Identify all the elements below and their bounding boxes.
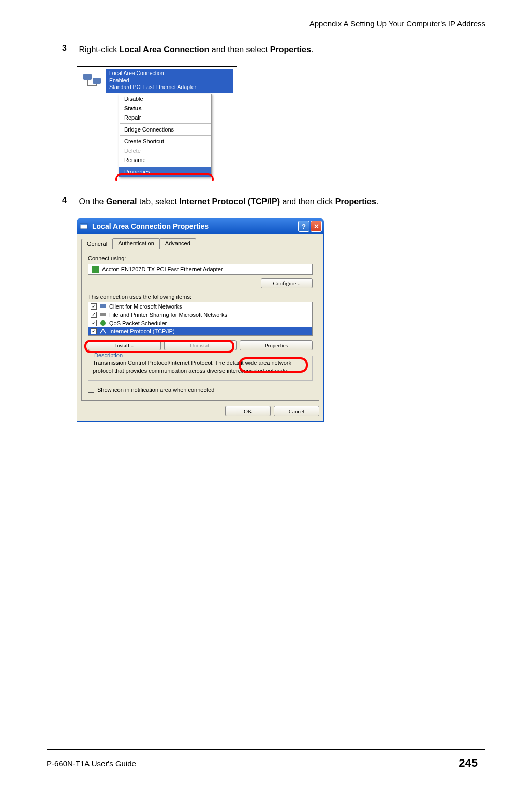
show-icon-row[interactable]: Show icon in notification area when conn… — [88, 387, 313, 393]
show-icon-label: Show icon in notification area when conn… — [97, 387, 214, 393]
protocol-icon — [99, 328, 107, 335]
menu-bridge[interactable]: Bridge Connections — [119, 125, 211, 134]
page-footer: P-660N-T1A User's Guide 245 — [47, 749, 485, 773]
menu-delete: Delete — [119, 146, 211, 155]
tab-advanced[interactable]: Advanced — [159, 238, 196, 249]
close-button[interactable]: ✕ — [311, 221, 322, 232]
menu-separator — [120, 123, 211, 124]
step3-text: Right-click Local Area Connection and th… — [79, 43, 472, 56]
item-file-printer[interactable]: ✓ File and Printer Sharing for Microsoft… — [88, 311, 312, 319]
item-label: File and Printer Sharing for Microsoft N… — [109, 312, 227, 318]
configure-button[interactable]: Configure... — [261, 278, 313, 288]
adapter-field: Accton EN1207D-TX PCI Fast Ethernet Adap… — [88, 264, 313, 275]
svg-rect-5 — [100, 313, 106, 316]
cancel-button[interactable]: Cancel — [274, 406, 319, 416]
menu-separator — [120, 166, 211, 166]
dialog-title: Local Area Connection Properties — [90, 222, 297, 230]
menu-repair[interactable]: Repair — [119, 113, 211, 122]
step3-t1: Right-click — [79, 45, 119, 54]
connection-adapter: Standard PCI Fast Ethernet Adapter — [109, 84, 230, 91]
step4-t1: On the — [79, 197, 106, 206]
description-text: Transmission Control Protocol/Internet P… — [93, 359, 308, 375]
svg-rect-4 — [100, 304, 106, 308]
service-icon — [99, 319, 107, 327]
menu-status[interactable]: Status — [119, 104, 211, 113]
checkbox-icon[interactable]: ✓ — [91, 320, 97, 326]
items-label: This connection uses the following items… — [88, 294, 313, 300]
step4-text: On the General tab, select Internet Prot… — [79, 196, 472, 208]
checkbox-icon[interactable]: ✓ — [91, 328, 97, 334]
item-label: QoS Packet Scheduler — [109, 320, 167, 326]
item-tcpip[interactable]: ✓ Internet Protocol (TCP/IP) — [88, 327, 312, 335]
item-label: Client for Microsoft Networks — [109, 303, 182, 310]
step4-b2: Internet Protocol (TCP/IP) — [179, 197, 280, 206]
ok-button[interactable]: OK — [225, 406, 271, 416]
step3-b1: Local Area Connection — [120, 45, 210, 54]
step4-b3: Properties — [335, 197, 376, 206]
checkbox-icon[interactable]: ✓ — [91, 303, 97, 310]
tabs: General Authentication Advanced — [81, 238, 319, 249]
step3-b2: Properties — [270, 45, 311, 54]
connection-status: Enabled — [109, 77, 230, 84]
help-button[interactable]: ? — [298, 221, 309, 232]
step4-t4: . — [376, 197, 378, 206]
item-label: Internet Protocol (TCP/IP) — [109, 328, 175, 334]
tab-general[interactable]: General — [81, 239, 113, 249]
step-4: 4 On the General tab, select Internet Pr… — [62, 196, 485, 208]
network-icon — [79, 69, 106, 93]
menu-rename[interactable]: Rename — [119, 155, 211, 165]
install-button[interactable]: Install... — [88, 340, 161, 350]
uninstall-button: Uninstall — [164, 340, 237, 350]
adapter-name: Accton EN1207D-TX PCI Fast Ethernet Adap… — [102, 266, 223, 272]
header-appendix: Appendix A Setting Up Your Computer's IP… — [47, 19, 485, 28]
description-label: Description — [93, 352, 124, 358]
step4-t3: and then click — [280, 197, 335, 206]
svg-rect-1 — [93, 78, 101, 84]
connection-name: Local Area Connection — [109, 70, 230, 77]
svg-rect-0 — [83, 74, 92, 80]
client-icon — [99, 303, 107, 310]
step4-t2: tab, select — [137, 197, 180, 206]
context-menu: Disable Status Repair Bridge Connections… — [119, 94, 212, 177]
item-qos[interactable]: ✓ QoS Packet Scheduler — [88, 319, 312, 327]
service-icon — [99, 311, 107, 318]
menu-separator — [120, 135, 211, 136]
adapter-icon — [92, 266, 99, 273]
figure-context-menu: Local Area Connection Enabled Standard P… — [77, 66, 237, 181]
dialog-titlebar: Local Area Connection Properties ? ✕ — [77, 218, 324, 234]
connect-using-label: Connect using: — [88, 255, 313, 261]
step3-number: 3 — [62, 43, 77, 53]
item-client-msnet[interactable]: ✓ Client for Microsoft Networks — [88, 302, 312, 311]
properties-button[interactable]: Properties — [240, 340, 313, 350]
checkbox-icon[interactable] — [88, 387, 94, 393]
checkbox-icon[interactable]: ✓ — [91, 312, 97, 318]
titlebar-icon — [80, 222, 88, 230]
menu-disable[interactable]: Disable — [119, 94, 211, 104]
page-number: 245 — [451, 753, 485, 773]
step4-number: 4 — [62, 196, 77, 205]
description-group: Description Transmission Control Protoco… — [88, 356, 313, 381]
menu-shortcut[interactable]: Create Shortcut — [119, 137, 211, 146]
figure-properties-dialog: Local Area Connection Properties ? ✕ Gen… — [77, 218, 324, 422]
tab-authentication[interactable]: Authentication — [112, 238, 160, 249]
footer-guide-name: P-660N-T1A User's Guide — [47, 759, 136, 768]
step3-t3: . — [311, 45, 313, 54]
svg-point-6 — [100, 320, 106, 326]
step-3: 3 Right-click Local Area Connection and … — [62, 43, 485, 56]
svg-rect-3 — [80, 224, 87, 225]
step3-t2: and then select — [209, 45, 270, 54]
connection-banner: Local Area Connection Enabled Standard P… — [79, 69, 233, 93]
step4-b1: General — [106, 197, 137, 206]
items-list[interactable]: ✓ Client for Microsoft Networks ✓ File a… — [88, 302, 313, 336]
menu-properties[interactable]: Properties — [119, 167, 211, 177]
